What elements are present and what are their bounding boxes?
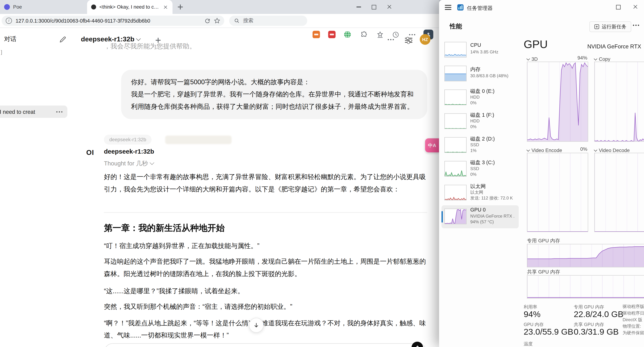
new-chat-pencil-icon[interactable] [59,36,66,45]
sidebar-item-disk2[interactable]: 磁盘 2 (D:) SSD 1% [442,134,519,157]
tm-more-icon[interactable] [633,24,639,26]
shared-memory-label: 共享 GPU 内存 [527,268,560,276]
sidebar-item-gpu0[interactable]: GPU 0 NVIDIA GeForce RTX . 94% (57 °C) [442,206,519,228]
item-name: GPU 0 [470,207,486,213]
message-input[interactable] [104,343,427,347]
item-name: CPU [470,42,481,48]
dedicated-memory-label: 专用 GPU 内存 [527,237,560,244]
sidebar-item-ethernet[interactable]: 以太网 以太网 发送: 112 接收: 72.0 K [442,182,519,204]
sidebar-conversation-item[interactable]: y, I need to creat [0,106,67,118]
previous-message-faded: ，我会尽我所能为您提供帮助。 [104,42,196,51]
item-name: 内存 [470,66,480,73]
disk2-thumbnail [444,137,466,153]
user-avatar[interactable]: HZ [420,34,430,45]
window-title: 任务管理器 [467,5,492,12]
maximize-icon[interactable] [616,5,620,9]
thought-label: Thought for 几秒 [104,160,148,167]
refresh-icon[interactable] [204,18,210,24]
translate-float-button[interactable]: 中A [425,138,439,152]
openwebui-favicon [91,4,96,9]
tab-active-chat[interactable]: <think> Okay, I need to create... [87,0,172,14]
section-video-encode[interactable]: Video Encode [527,146,562,154]
url-text[interactable]: 127.0.0.1:3000/c/90d10063-0fb4-4460-9117… [16,18,201,24]
stat-temperature-label: 温度 [524,341,532,347]
stat-shared-value: 0.3/31.9 GB [574,327,619,337]
sidebar-fragment: ] [1,49,2,55]
directx-version-label: DirectX 版 [623,317,644,323]
tab-poe[interactable]: Poe [0,0,84,14]
assistant-avatar: OI [86,148,94,157]
user-message-line2: 我是一个肥宅，穿越到了异世界。我有一个随身存储的仓库。在异世界中，我通过不断种地… [131,88,417,113]
item-detail: 0% [470,172,476,176]
favorites-icon[interactable] [375,30,385,40]
story-paragraph: “这......这是哪里？”我揉了揉眼睛，试着坐起来。 [104,285,427,297]
sidebar-item-disk0[interactable]: 磁盘 0 (E:) HDD 0% [442,86,519,109]
hw-reserved-label: 为硬件保留 [623,330,644,336]
tab-title: <think> Okay, I need to create... [100,4,160,10]
bookmark-star-icon[interactable] [214,18,220,24]
section-label: Copy [599,56,610,62]
item-detail: 以太网 [470,190,483,195]
story-paragraph: “叮！宿主成功穿越到异世界，正在加载技能与属性。” [104,240,427,252]
sidebar-item-disk1[interactable]: 磁盘 1 (F:) HDD 0% [442,110,519,133]
extension-icon-green-globe[interactable] [342,30,352,40]
story-paragraph: 突然，我又听到那个机械的声音：“宿主，请选择您的初始职业。” [104,300,427,313]
tab-strip: Poe <think> Okay, I need to create... [0,0,439,14]
cpu-thumbnail [444,42,466,58]
story-paragraph: 耳边响起的这个声音把我吓了一跳。我猛地睁开眼睛，发现自己躺在一片陌生的土地上，周… [104,256,427,280]
maximize-icon[interactable] [372,5,376,9]
browser-window-controls [356,0,392,14]
gpu-panel-title: GPU [524,38,548,51]
poe-favicon [4,4,10,10]
section-video-decode[interactable]: Video Decode [594,146,630,154]
hamburger-menu-icon[interactable] [445,5,451,10]
item-detail: HDD [470,118,480,123]
model-selector[interactable]: deepseek-r1:32b [81,35,140,43]
minimize-icon[interactable] [356,7,361,7]
item-detail: SSD [470,166,479,171]
extension-icon-orange[interactable] [311,30,321,40]
task-manager-window: 任务管理器 性能 运行新任务 CPU 14% 3.85 GHz 内存 30.8/… [439,0,644,347]
sidebar-item-cpu[interactable]: CPU 14% 3.85 GHz [442,38,519,62]
search-box[interactable]: 搜索 [229,16,307,26]
history-icon[interactable] [391,30,400,40]
arrow-down-icon [253,322,259,328]
extensions-puzzle-icon[interactable] [359,30,369,40]
close-icon[interactable] [387,4,392,9]
item-detail: 30.8/63.8 GB (48%) [470,73,508,78]
run-new-task-label: 运行新任务 [602,23,626,30]
gpu-3d-graph [527,62,588,142]
close-icon[interactable] [633,4,638,9]
disk0-thumbnail [444,90,466,105]
arrow-up-icon [415,345,420,347]
stat-utilization-value: 94% [524,309,540,319]
tab-close-icon[interactable] [163,4,168,10]
section-3d[interactable]: 3D [527,55,538,62]
sidebar-item-memory[interactable]: 内存 30.8/63.8 GB (48%) [442,62,519,85]
item-detail: HDD [470,94,480,99]
user-message-line1: 你好。请帮我写一篇5000字的网络小说。大概的故事内容是： [131,76,417,88]
gpu-copy-graph [594,62,644,142]
chat-menu-icon[interactable] [388,39,394,40]
sidebar-item-disk3[interactable]: 磁盘 3 (C:) SSD 0% [442,158,519,181]
assistant-name: deepseek-r1:32b [104,148,154,155]
run-new-task-button[interactable]: 运行新任务 [589,21,631,32]
extension-icon-red[interactable] [327,30,337,40]
shared-memory-graph [527,275,644,298]
scroll-to-bottom-button[interactable] [249,318,264,332]
section-label: Video Encode [532,148,562,153]
thought-toggle[interactable]: Thought for 几秒 [104,160,154,168]
gpu0-thumbnail [444,209,466,224]
item-detail: 14% 3.85 GHz [470,49,498,54]
item-detail: 0% [470,100,476,105]
conversation-menu-icon[interactable] [56,111,62,112]
site-info-icon[interactable]: i [6,18,12,24]
faded-toast [165,136,232,144]
section-copy[interactable]: Copy [594,55,610,62]
send-button[interactable] [412,342,423,347]
conversation-title: y, I need to creat [0,108,56,115]
chapter-heading: 第一章：我的新生活从种地开始 [104,222,225,234]
address-bar[interactable]: i 127.0.0.1:3000/c/90d10063-0fb4-4460-91… [2,16,224,26]
item-name: 磁盘 2 (D:) [470,136,495,142]
model-name: deepseek-r1:32b [81,35,134,43]
